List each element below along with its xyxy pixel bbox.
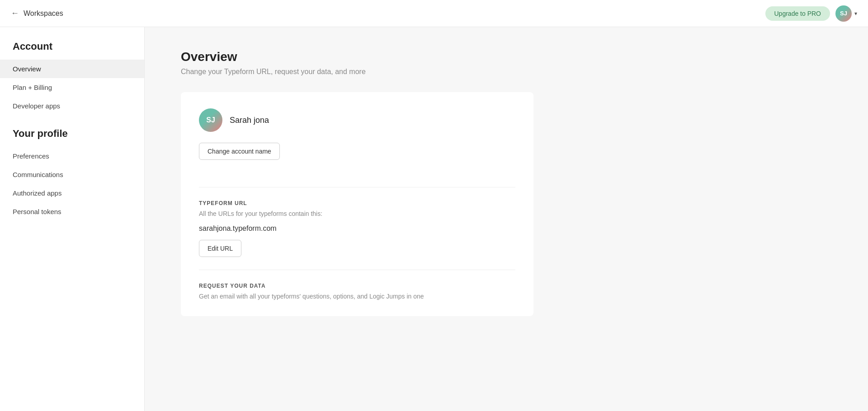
upgrade-button[interactable]: Upgrade to PRO (765, 6, 830, 21)
sidebar-item-developer-apps[interactable]: Developer apps (0, 97, 144, 115)
typeform-url-section: TYPEFORM URL All the URLs for your typef… (199, 200, 515, 257)
edit-url-button[interactable]: Edit URL (199, 240, 241, 257)
chevron-down-icon: ▾ (854, 10, 857, 17)
back-arrow-icon[interactable]: ← (11, 9, 19, 18)
typeform-url-description: All the URLs for your typeforms contain … (199, 210, 515, 217)
typeform-url-label: TYPEFORM URL (199, 200, 515, 206)
navbar-title: Workspaces (24, 9, 63, 18)
sidebar-item-authorized-apps[interactable]: Authorized apps (0, 184, 144, 202)
sidebar-item-overview[interactable]: Overview (0, 60, 144, 78)
user-avatar: SJ (199, 108, 222, 132)
main-content: Overview Change your Typeform URL, reque… (145, 27, 868, 411)
page-title: Overview (181, 50, 832, 64)
sidebar-item-preferences[interactable]: Preferences (0, 147, 144, 165)
navbar-avatar: SJ (835, 5, 852, 22)
sidebar: Account Overview Plan + Billing Develope… (0, 27, 145, 411)
divider-2 (199, 270, 515, 270)
navbar: ← Workspaces Upgrade to PRO SJ ▾ (0, 0, 868, 27)
user-menu-button[interactable]: SJ ▾ (835, 5, 857, 22)
sidebar-item-communications[interactable]: Communications (0, 165, 144, 184)
user-row: SJ Sarah jona (199, 108, 515, 132)
navbar-right: Upgrade to PRO SJ ▾ (765, 5, 858, 22)
sidebar-item-plan-billing[interactable]: Plan + Billing (0, 78, 144, 97)
typeform-url-value: sarahjona.typeform.com (199, 224, 515, 233)
user-name: Sarah jona (230, 116, 269, 125)
page-subtitle: Change your Typeform URL, request your d… (181, 68, 832, 76)
overview-card: SJ Sarah jona Change account name TYPEFO… (181, 92, 533, 316)
sidebar-item-personal-tokens[interactable]: Personal tokens (0, 202, 144, 221)
request-data-section: REQUEST YOUR DATA Get an email with all … (199, 283, 515, 300)
sidebar-profile-title: Your profile (0, 115, 144, 147)
sidebar-account-title: Account (0, 41, 144, 60)
request-data-label: REQUEST YOUR DATA (199, 283, 515, 289)
main-layout: Account Overview Plan + Billing Develope… (0, 27, 868, 411)
request-data-description: Get an email with all your typeforms' qu… (199, 293, 515, 300)
navbar-left: ← Workspaces (11, 9, 63, 18)
divider-1 (199, 187, 515, 187)
change-account-name-button[interactable]: Change account name (199, 143, 280, 160)
